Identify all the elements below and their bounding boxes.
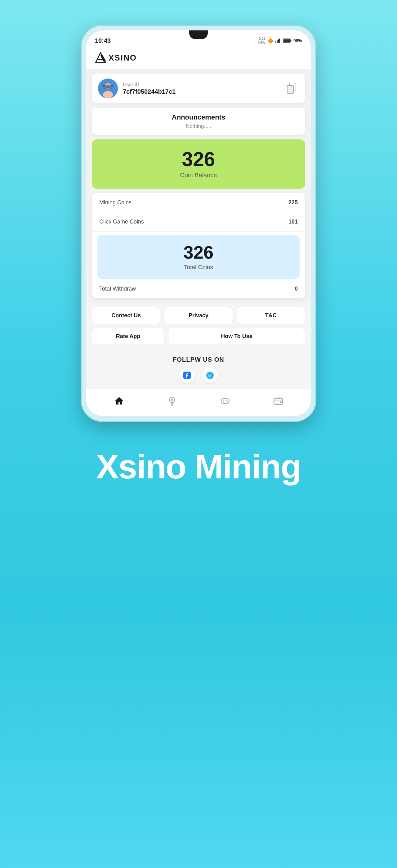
signal-icon [275, 38, 281, 43]
click-game-label: Click Game Coins [99, 219, 144, 225]
announcements-title: Announcements [98, 113, 299, 121]
mining-coins-label: Mining Coins [99, 199, 132, 206]
follow-section: FOLLPW US ON [86, 352, 311, 389]
svg-rect-5 [290, 40, 291, 41]
rate-app-button[interactable]: Rate App [92, 328, 164, 345]
battery-icon [283, 38, 292, 43]
btn-row-2: Rate App How To Use [92, 328, 305, 345]
contact-us-button[interactable]: Contect Us [92, 307, 160, 324]
svg-rect-21 [171, 403, 173, 406]
svg-point-28 [227, 401, 228, 402]
total-coins-number: 326 [104, 243, 293, 261]
svg-point-31 [280, 401, 282, 403]
svg-rect-6 [283, 39, 290, 42]
copy-button[interactable] [285, 82, 299, 95]
data-speed: 0.22 KB/s [258, 37, 265, 45]
announcements-card: Announcements Nothing..... [92, 108, 305, 135]
follow-title: FOLLPW US ON [92, 356, 305, 363]
svg-rect-30 [274, 400, 283, 401]
nav-home[interactable] [108, 393, 131, 409]
status-time: 10:43 [95, 37, 111, 44]
total-withdraw-value: 0 [295, 286, 298, 292]
nav-mining[interactable]: ₿ [161, 393, 184, 409]
svg-point-18 [206, 372, 214, 379]
social-icons-row [92, 368, 305, 386]
svg-rect-14 [102, 85, 113, 87]
status-icons: 0.22 KB/s 🔶 98% [258, 37, 302, 45]
total-withdraw-row: Total Withdraw 0 [92, 279, 305, 298]
notch [189, 30, 208, 39]
phone-wrapper: 10:43 0.22 KB/s 🔶 98% [80, 25, 317, 422]
svg-marker-9 [100, 53, 106, 61]
privacy-button[interactable]: Privacy [164, 307, 233, 324]
svg-rect-3 [279, 38, 280, 43]
svg-rect-2 [278, 39, 279, 43]
games-icon [220, 396, 230, 406]
branding-title: Xsino Mining [96, 447, 301, 486]
wallet-icon [273, 396, 284, 406]
copy-icon [287, 83, 297, 94]
user-id-label: User iD [123, 82, 280, 88]
avatar [98, 79, 118, 98]
svg-text:₿: ₿ [171, 399, 172, 402]
tnc-button[interactable]: T&C [237, 307, 305, 324]
svg-rect-0 [275, 41, 276, 43]
wifi-icon: 🔶 [267, 38, 273, 44]
status-bar: 10:43 0.22 KB/s 🔶 98% [86, 30, 311, 46]
total-coins-card: 326 Total Coins [97, 235, 300, 279]
nav-wallet[interactable] [267, 393, 290, 409]
coin-balance-card: 326 Coin Balance [92, 140, 305, 189]
facebook-icon[interactable] [179, 368, 195, 383]
home-icon [114, 396, 124, 406]
how-to-use-button[interactable]: How To Use [168, 328, 305, 345]
logo-text: XSINO [108, 53, 137, 63]
svg-rect-1 [277, 40, 277, 43]
total-coins-label: Total Coins [104, 264, 293, 271]
svg-point-27 [226, 400, 227, 401]
coin-balance-label: Coin Balance [98, 172, 299, 179]
click-game-row: Click Game Coins 101 [92, 212, 305, 231]
phone-screen: 10:43 0.22 KB/s 🔶 98% [86, 30, 311, 416]
click-game-value: 101 [289, 219, 298, 225]
coin-balance-number: 326 [98, 149, 299, 169]
branding-section: Xsino Mining [96, 447, 301, 511]
user-info: User iD 7cf7f050244b17c1 [123, 82, 280, 95]
mining-icon: ₿ [167, 396, 177, 406]
user-card: User iD 7cf7f050244b17c1 [92, 73, 305, 103]
telegram-icon[interactable] [202, 368, 218, 383]
btn-row-1: Contect Us Privacy T&C [92, 307, 305, 324]
nav-games[interactable] [214, 393, 237, 409]
app-header: XSINO [86, 46, 311, 69]
bottom-nav: ₿ [86, 389, 311, 416]
mining-coins-row: Mining Coins 225 [92, 193, 305, 212]
user-id-value: 7cf7f050244b17c1 [123, 88, 280, 95]
action-buttons: Contect Us Privacy T&C Rate App How To U… [86, 303, 311, 352]
total-withdraw-label: Total Withdraw [99, 286, 136, 292]
mining-coins-value: 225 [289, 199, 298, 206]
svg-rect-16 [287, 85, 293, 93]
svg-point-12 [103, 91, 113, 98]
battery-pct: 98% [293, 38, 302, 43]
logo: XSINO [95, 52, 302, 63]
stats-card: Mining Coins 225 Click Game Coins 101 32… [92, 193, 305, 298]
logo-icon [95, 52, 106, 63]
announcements-text: Nothing..... [98, 123, 299, 129]
